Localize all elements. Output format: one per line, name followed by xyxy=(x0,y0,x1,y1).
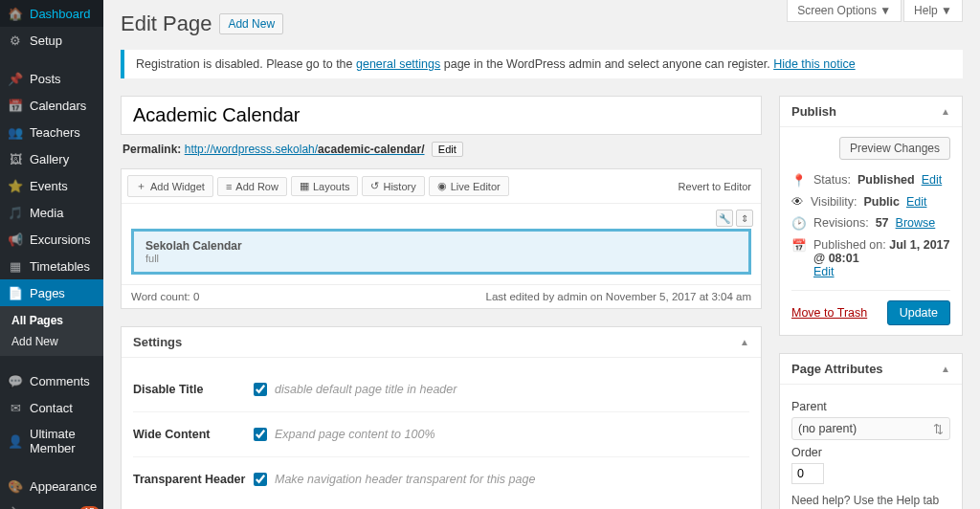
admin-sidebar: 🏠Dashboard⚙Setup📌Posts📅Calendars👥Teacher… xyxy=(0,0,103,509)
setting-checkbox[interactable] xyxy=(254,428,267,441)
preview-changes-button[interactable]: Preview Changes xyxy=(839,137,950,160)
setting-label: Wide Content xyxy=(133,428,254,441)
sidebar-item-label: Teachers xyxy=(30,125,80,140)
key-icon: 📍 xyxy=(791,173,807,188)
plug-icon: 🔌 xyxy=(8,505,23,509)
history-icon: ↺ xyxy=(370,180,379,192)
sidebar-item-timetables[interactable]: ▦Timetables xyxy=(0,253,103,279)
add-row-button[interactable]: ≡Add Row xyxy=(217,177,287,196)
sidebar-item-setup[interactable]: ⚙Setup xyxy=(0,27,103,54)
sidebar-item-label: Comments xyxy=(30,374,90,388)
sidebar-item-teachers[interactable]: 👥Teachers xyxy=(0,119,103,145)
sidebar-item-excursions[interactable]: 📢Excursions xyxy=(0,226,103,253)
sidebar-item-dashboard[interactable]: 🏠Dashboard xyxy=(0,0,103,27)
dashboard-icon: 🏠 xyxy=(8,6,23,21)
setting-checkbox[interactable] xyxy=(254,383,267,396)
add-new-button[interactable]: Add New xyxy=(219,13,283,34)
edit-status-link[interactable]: Edit xyxy=(922,173,943,187)
sidebar-subitem-add-new[interactable]: Add New xyxy=(0,331,103,352)
hide-notice-link[interactable]: Hide this notice xyxy=(773,57,855,71)
history-button[interactable]: ↺History xyxy=(362,176,424,196)
edit-visibility-link[interactable]: Edit xyxy=(906,195,927,209)
edit-date-link[interactable]: Edit xyxy=(813,265,835,278)
setting-label: Transparent Header xyxy=(133,473,254,486)
sidebar-item-posts[interactable]: 📌Posts xyxy=(0,65,103,92)
setting-description: disable default page title in header xyxy=(275,383,457,396)
page-attrs-help: Need help? Use the Help tab above the sc… xyxy=(791,494,950,509)
setting-description: Make navigation header transparent for t… xyxy=(275,473,535,486)
general-settings-link[interactable]: general settings xyxy=(356,57,440,71)
settings-row-disable-title: Disable Titledisable default page title … xyxy=(133,367,749,412)
gear-icon: ⚙ xyxy=(8,33,23,48)
star-icon: ⭐ xyxy=(8,178,23,193)
calendar-icon: 📅 xyxy=(791,238,807,253)
grid-icon: ▦ xyxy=(300,180,309,192)
title-input-wrap xyxy=(121,96,762,135)
parent-select[interactable]: (no parent) xyxy=(791,417,950,440)
sidebar-item-label: Plugins xyxy=(30,506,71,510)
order-input[interactable] xyxy=(791,463,824,484)
chevron-up-icon: ▲ xyxy=(941,364,950,374)
update-button[interactable]: Update xyxy=(887,300,950,325)
browse-revisions-link[interactable]: Browse xyxy=(896,216,936,230)
settings-row-transparent-header: Transparent HeaderMake navigation header… xyxy=(133,457,749,501)
sidebar-item-label: Pages xyxy=(30,286,65,300)
post-title-input[interactable] xyxy=(122,97,761,134)
parent-label: Parent xyxy=(791,400,950,413)
sidebar-item-label: Setup xyxy=(30,33,62,48)
page-builder: ＋Add Widget ≡Add Row ▦Layouts ↺History ◉… xyxy=(121,168,762,309)
screen-options-button[interactable]: Screen Options ▼ xyxy=(787,0,902,22)
sidebar-item-appearance[interactable]: 🎨Appearance xyxy=(0,473,103,499)
permalink-row: Permalink: http://wordpresss.sekolah/aca… xyxy=(121,138,762,168)
sidebar-item-media[interactable]: 🎵Media xyxy=(0,199,103,226)
settings-metabox-toggle[interactable]: Settings ▲ xyxy=(122,327,761,358)
sidebar-item-events[interactable]: ⭐Events xyxy=(0,172,103,199)
user-icon: 👤 xyxy=(8,433,23,449)
publish-metabox-toggle[interactable]: Publish ▲ xyxy=(780,97,962,127)
rows-icon: ≡ xyxy=(226,181,232,192)
grid-icon: ▦ xyxy=(8,258,23,274)
comment-icon: 💬 xyxy=(8,373,23,388)
notice-registration: Registration is disabled. Please go to t… xyxy=(121,50,963,78)
order-label: Order xyxy=(791,446,950,459)
page-attributes-toggle[interactable]: Page Attributes ▲ xyxy=(780,354,962,385)
live-editor-button[interactable]: ◉Live Editor xyxy=(429,176,509,196)
sidebar-item-label: Contact xyxy=(30,401,73,415)
chevron-up-icon: ▲ xyxy=(941,106,950,117)
chevron-up-icon: ▲ xyxy=(740,337,749,347)
image-icon: 🖼 xyxy=(8,151,23,166)
sidebar-item-contact[interactable]: ✉Contact xyxy=(0,394,103,421)
mail-icon: ✉ xyxy=(8,400,23,415)
widget-row[interactable]: Sekolah Calendar full xyxy=(131,229,751,275)
setting-description: Expand page content to 100% xyxy=(275,428,435,441)
help-button[interactable]: Help ▼ xyxy=(903,0,963,22)
sidebar-item-comments[interactable]: 💬Comments xyxy=(0,367,103,394)
widget-title: Sekolah Calendar xyxy=(145,239,737,253)
sidebar-item-pages[interactable]: 📄Pages xyxy=(0,279,103,306)
setting-label: Disable Title xyxy=(133,383,254,396)
plus-icon: ＋ xyxy=(136,179,146,193)
layouts-button[interactable]: ▦Layouts xyxy=(291,176,359,196)
eye-icon: 👁 xyxy=(791,195,804,209)
sidebar-item-plugins[interactable]: 🔌Plugins15 xyxy=(0,499,103,509)
move-to-trash-link[interactable]: Move to Trash xyxy=(791,306,867,320)
page-attributes-metabox: Page Attributes ▲ Parent (no parent) Ord… xyxy=(779,353,963,509)
permalink-link[interactable]: http://wordpresss.sekolah/academic-calen… xyxy=(185,143,425,156)
sidebar-item-label: Timetables xyxy=(30,259,90,274)
row-edit-icon[interactable]: 🔧 xyxy=(716,210,733,227)
sidebar-item-ultimate-member[interactable]: 👤Ultimate Member xyxy=(0,421,103,461)
sidebar-item-label: Excursions xyxy=(30,232,91,247)
sidebar-item-calendars[interactable]: 📅Calendars xyxy=(0,92,103,119)
sidebar-subitem-all-pages[interactable]: All Pages xyxy=(0,310,103,331)
settings-metabox: Settings ▲ Disable Titledisable default … xyxy=(121,326,762,509)
sidebar-item-label: Ultimate Member xyxy=(30,427,96,455)
permalink-edit-button[interactable]: Edit xyxy=(432,142,463,157)
row-move-icon[interactable]: ⇕ xyxy=(736,210,753,227)
setting-checkbox[interactable] xyxy=(254,473,267,486)
add-widget-button[interactable]: ＋Add Widget xyxy=(127,175,213,197)
sidebar-item-label: Posts xyxy=(30,72,61,86)
publish-metabox: Publish ▲ Preview Changes 📍Status: Publi… xyxy=(779,96,963,336)
sidebar-item-gallery[interactable]: 🖼Gallery xyxy=(0,145,103,172)
eye-icon: ◉ xyxy=(437,180,447,192)
revert-link[interactable]: Revert to Editor xyxy=(679,181,755,192)
